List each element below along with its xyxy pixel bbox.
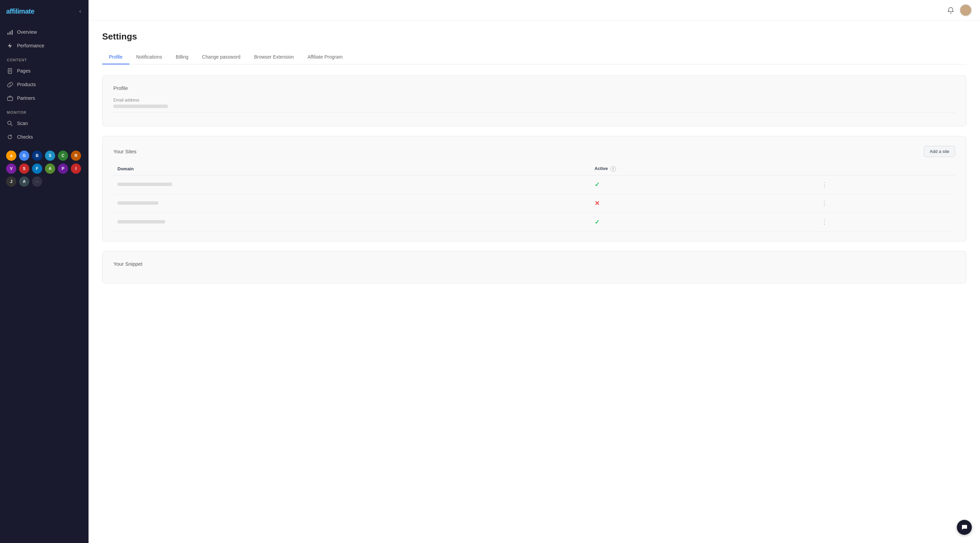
partner-icon-jrp[interactable]: J [6, 177, 16, 187]
sidebar-item-partners[interactable]: Partners [0, 91, 89, 105]
active-column-header: Active i [590, 162, 815, 175]
svg-rect-2 [11, 30, 13, 35]
inactive-x-icon: ✕ [595, 200, 600, 207]
profile-section-title: Profile [113, 85, 955, 91]
notifications-bell-button[interactable] [947, 7, 954, 14]
sidebar-item-label: Scan [17, 121, 28, 126]
snippet-section-title: Your Snippet [113, 261, 955, 267]
domain-placeholder [118, 220, 165, 223]
active-check-icon: ✓ [595, 219, 600, 226]
partner-icon-shareasale[interactable]: S [19, 164, 29, 174]
main-content: Settings Profile Notifications Billing C… [89, 0, 980, 543]
actions-column-header [815, 162, 955, 175]
chart-icon [7, 29, 13, 35]
sidebar-item-label: Overview [17, 29, 37, 35]
sidebar-nav: Overview Performance CONTENT Page [0, 22, 89, 146]
partner-icon-rakuten[interactable]: R [71, 151, 81, 161]
domain-placeholder [118, 201, 158, 205]
sidebar-item-products[interactable]: Products [0, 78, 89, 91]
tab-change-password[interactable]: Change password [195, 50, 247, 64]
active-cell: ✓ [590, 175, 815, 194]
svg-point-11 [963, 11, 968, 14]
table-row: ✓ ⋮ [113, 175, 955, 194]
profile-section: Profile Email address [102, 75, 966, 126]
snippet-section: Your Snippet [102, 251, 966, 283]
svg-rect-7 [8, 97, 13, 100]
table-row: ✓ ⋮ [113, 213, 955, 231]
chat-support-button[interactable] [957, 520, 972, 535]
search-icon [7, 120, 13, 126]
active-cell: ✕ [590, 194, 815, 213]
active-label: Active [595, 166, 608, 171]
domain-cell [113, 213, 590, 231]
partner-icon-awin[interactable]: A [45, 164, 55, 174]
tab-billing[interactable]: Billing [169, 50, 195, 64]
tab-notifications[interactable]: Notifications [129, 50, 169, 64]
tab-profile[interactable]: Profile [102, 50, 129, 64]
settings-tabs: Profile Notifications Billing Change pas… [102, 50, 966, 64]
partner-icons-more-button[interactable]: ··· [32, 177, 42, 187]
sidebar-item-label: Performance [17, 43, 44, 48]
sidebar-item-label: Checks [17, 134, 33, 140]
sidebar-item-checks[interactable]: Checks [0, 130, 89, 144]
topbar [89, 0, 980, 21]
sidebar-item-scan[interactable]: Scan [0, 116, 89, 130]
svg-rect-1 [10, 31, 11, 35]
partner-icon-flexoffers[interactable]: F [32, 164, 42, 174]
refresh-icon [7, 134, 13, 140]
actions-cell: ⋮ [815, 194, 955, 213]
email-value-placeholder [113, 105, 168, 108]
monitor-section-label: MONITOR [0, 105, 89, 116]
svg-line-9 [11, 124, 13, 126]
active-check-icon: ✓ [595, 181, 600, 188]
sidebar-item-pages[interactable]: Pages [0, 64, 89, 78]
logo-text: affilimate [6, 8, 34, 15]
partner-icon-partnerize[interactable]: P [58, 164, 68, 174]
active-info-icon[interactable]: i [611, 166, 616, 172]
actions-cell: ⋮ [815, 175, 955, 194]
content-area: Settings Profile Notifications Billing C… [89, 21, 980, 543]
partner-icon-viglink[interactable]: V [6, 164, 16, 174]
page-icon [7, 68, 13, 74]
sidebar-item-label: Partners [17, 96, 35, 101]
sites-section: Your Sites Add a site Domain Active i [102, 136, 966, 242]
app-logo: affilimate [6, 8, 34, 15]
sidebar-item-label: Products [17, 82, 36, 87]
row-actions-button[interactable]: ⋮ [819, 180, 829, 189]
sites-table-header: Domain Active i [113, 162, 955, 175]
add-site-button[interactable]: Add a site [924, 146, 955, 157]
row-actions-button[interactable]: ⋮ [819, 218, 829, 226]
briefcase-icon [7, 95, 13, 101]
tab-affiliate-program[interactable]: Affiliate Program [301, 50, 349, 64]
sites-table-body: ✓ ⋮ ✕ ⋮ [113, 175, 955, 231]
domain-cell [113, 194, 590, 213]
row-actions-button[interactable]: ⋮ [819, 199, 829, 208]
partner-icon-booking[interactable]: B [32, 151, 42, 161]
svg-rect-0 [8, 33, 8, 35]
sites-section-header: Your Sites Add a site [113, 146, 955, 157]
active-cell: ✓ [590, 213, 815, 231]
sidebar-collapse-button[interactable]: ‹ [78, 7, 83, 16]
table-row: ✕ ⋮ [113, 194, 955, 213]
page-title: Settings [102, 31, 966, 42]
domain-cell [113, 175, 590, 194]
partner-icon-skimlinks[interactable]: S [45, 151, 55, 161]
partner-icon-impact[interactable]: I [71, 164, 81, 174]
sidebar-item-overview[interactable]: Overview [0, 25, 89, 39]
actions-cell: ⋮ [815, 213, 955, 231]
partner-icon-other[interactable]: A [19, 177, 29, 187]
domain-placeholder [118, 183, 172, 186]
partner-icon-google[interactable]: G [19, 151, 29, 161]
user-avatar[interactable] [959, 4, 972, 16]
partner-icons-grid: a G B S C R V S F A P I J A ··· [0, 146, 89, 191]
tab-browser-extension[interactable]: Browser Extension [247, 50, 301, 64]
domain-column-header: Domain [113, 162, 590, 175]
partner-icon-cj[interactable]: C [58, 151, 68, 161]
lightning-icon [7, 43, 13, 49]
sidebar-item-label: Pages [17, 68, 31, 73]
svg-point-10 [964, 8, 967, 11]
sidebar-item-performance[interactable]: Performance [0, 39, 89, 53]
sites-table: Domain Active i ✓ [113, 162, 955, 232]
link-icon [7, 81, 13, 88]
partner-icon-amazon[interactable]: a [6, 151, 16, 161]
